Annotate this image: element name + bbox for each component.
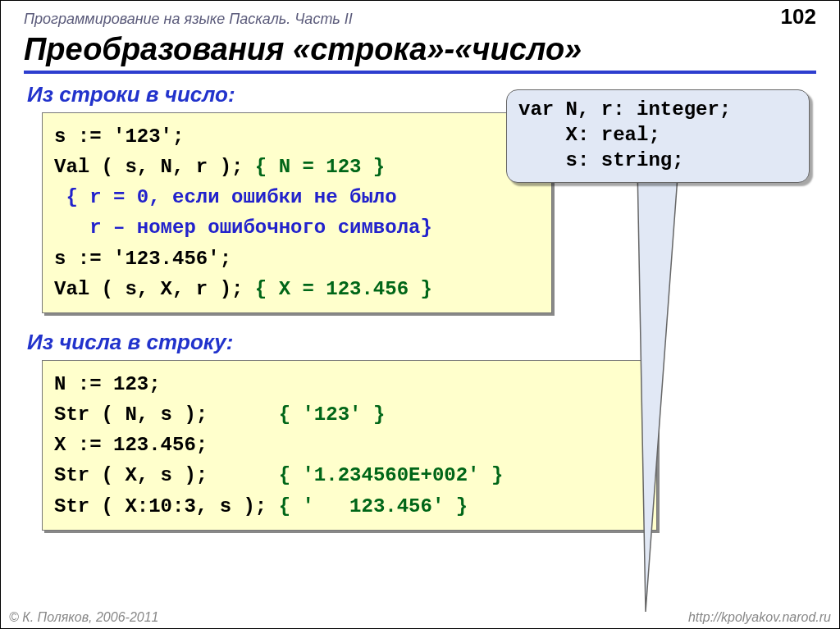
code-line: Str ( N, s ); — [54, 403, 279, 426]
code-line: s := '123'; — [54, 125, 184, 148]
code-comment: { X = 123.456 } — [255, 278, 432, 300]
code-line: Str ( X:10:3, s ); — [54, 495, 279, 517]
page-number: 102 — [781, 4, 816, 30]
footer-url: http://kpolyakov.narod.ru — [688, 610, 831, 625]
code-comment: { '1.234560E+002' } — [279, 464, 504, 486]
code-comment: { ' 123.456' } — [279, 495, 468, 517]
code-comment: r – номер ошибочного символа} — [54, 217, 432, 239]
code-line: Val ( s, X, r ); — [54, 278, 255, 300]
callout-line: X: real; — [518, 124, 660, 146]
section-2-heading: Из числа в строку: — [27, 330, 816, 355]
code-line: s := '123.456'; — [54, 248, 231, 270]
var-declarations-callout: var N, r: integer; X: real; s: string; — [506, 89, 810, 183]
code-line: X := 123.456; — [54, 434, 208, 456]
code-line: Str ( X, s ); — [54, 464, 279, 486]
slide-title: Преобразования «строка»-«число» — [24, 30, 816, 74]
code-comment: { '123' } — [279, 403, 386, 426]
slide: Программирование на языке Паскаль. Часть… — [0, 0, 840, 629]
code-comment: { N = 123 } — [255, 156, 385, 178]
code-comment: { r = 0, если ошибки не было — [54, 186, 397, 208]
top-bar: Программирование на языке Паскаль. Часть… — [24, 4, 816, 30]
course-title: Программирование на языке Паскаль. Часть… — [24, 11, 353, 28]
footer-bar: © К. Поляков, 2006-2011 http://kpolyakov… — [9, 610, 831, 625]
callout-line: var N, r: integer; — [518, 98, 731, 121]
code-line: Val ( s, N, r ); — [54, 156, 255, 178]
copyright-text: © К. Поляков, 2006-2011 — [9, 610, 158, 625]
code-block-2: N := 123; Str ( N, s ); { '123' } X := 1… — [42, 360, 657, 531]
code-line: N := 123; — [54, 373, 161, 395]
code-block-1: s := '123'; Val ( s, N, r ); { N = 123 }… — [42, 112, 552, 313]
callout-line: s: string; — [518, 149, 684, 171]
